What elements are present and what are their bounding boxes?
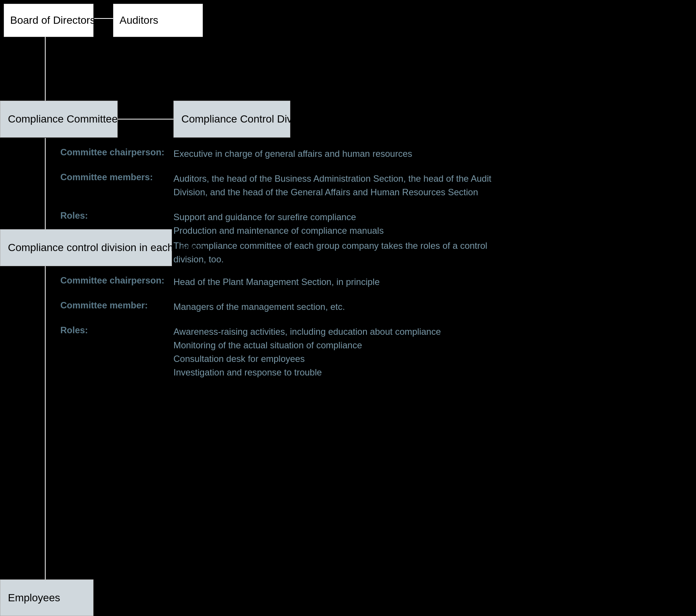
regional-chairperson-label: Committee chairperson: xyxy=(60,275,173,289)
chairperson-value: Executive in charge of general affairs a… xyxy=(173,147,412,161)
role-value-1: Support and guidance for surefire compli… xyxy=(173,210,513,224)
regional-role-4: Investigation and response to trouble xyxy=(173,366,441,379)
roles-values: Support and guidance for surefire compli… xyxy=(173,210,513,266)
regional-roles-row: Roles: Awareness-raising activities, inc… xyxy=(60,325,441,379)
regional-role-1: Awareness-raising activities, including … xyxy=(173,325,441,339)
board-of-directors-box: Board of Directors xyxy=(4,4,94,37)
role-value-2: Production and maintenance of compliance… xyxy=(173,224,513,238)
auditors-box: Auditors xyxy=(113,4,203,37)
regional-chairperson-row: Committee chairperson: Head of the Plant… xyxy=(60,275,441,289)
chairperson-label: Committee chairperson: xyxy=(60,147,173,161)
org-chart: Board of Directors Auditors Compliance C… xyxy=(0,0,696,616)
regional-detail: Committee chairperson: Head of the Plant… xyxy=(60,275,441,382)
regional-roles-label: Roles: xyxy=(60,325,173,379)
regional-division-box: Compliance control division in each regi… xyxy=(0,229,172,266)
regional-roles-values: Awareness-raising activities, including … xyxy=(173,325,441,379)
employees-box: Employees xyxy=(0,579,94,616)
regional-role-3: Consultation desk for employees xyxy=(173,352,441,366)
regional-member-row: Committee member: Managers of the manage… xyxy=(60,300,441,314)
role-value-3: The compliance committee of each group c… xyxy=(173,239,513,266)
compliance-control-division-box: Compliance Control Division xyxy=(173,101,290,138)
regional-role-2: Monitoring of the actual situation of co… xyxy=(173,339,441,352)
members-label: Committee members: xyxy=(60,172,173,199)
members-row: Committee members: Auditors, the head of… xyxy=(60,172,513,199)
compliance-committee-box: Compliance Committee xyxy=(0,101,118,138)
regional-chairperson-value: Head of the Plant Management Section, in… xyxy=(173,275,380,289)
members-value: Auditors, the head of the Business Admin… xyxy=(173,172,513,199)
chairperson-row: Committee chairperson: Executive in char… xyxy=(60,147,513,161)
regional-member-label: Committee member: xyxy=(60,300,173,314)
regional-member-value: Managers of the management section, etc. xyxy=(173,300,345,314)
